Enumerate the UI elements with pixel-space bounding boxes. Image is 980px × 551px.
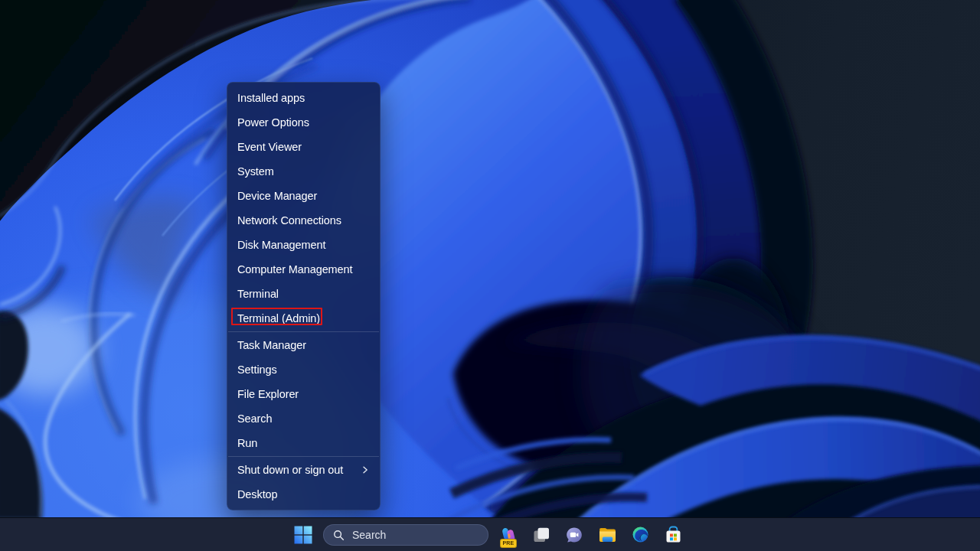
- edge-icon: [631, 525, 650, 544]
- file-explorer-button[interactable]: [593, 521, 621, 549]
- menu-item-system[interactable]: System: [227, 159, 380, 184]
- menu-item-event-viewer[interactable]: Event Viewer: [227, 135, 380, 159]
- edge-button[interactable]: [626, 521, 654, 549]
- menu-item-shut-down-or-sign-out[interactable]: Shut down or sign out: [227, 458, 380, 482]
- task-view-icon: [532, 526, 550, 544]
- menu-item-run[interactable]: Run: [227, 431, 380, 455]
- menu-item-label: File Explorer: [237, 388, 299, 400]
- menu-item-task-manager[interactable]: Task Manager: [227, 333, 380, 357]
- menu-item-terminal-admin[interactable]: Terminal (Admin): [227, 306, 380, 331]
- menu-item-label: Terminal: [237, 288, 279, 300]
- chat-button[interactable]: [560, 521, 588, 549]
- menu-item-terminal[interactable]: Terminal: [227, 282, 380, 306]
- desktop: Installed appsPower OptionsEvent ViewerS…: [0, 0, 980, 551]
- menu-item-label: Installed apps: [237, 92, 305, 104]
- menu-item-desktop[interactable]: Desktop: [227, 482, 380, 507]
- task-view-button[interactable]: [528, 521, 555, 549]
- file-explorer-icon: [598, 525, 617, 544]
- menu-item-label: Network Connections: [237, 214, 341, 227]
- copilot-button[interactable]: PRE: [495, 521, 522, 549]
- copilot-pre-badge: PRE: [500, 539, 517, 548]
- search-icon: [333, 530, 345, 541]
- menu-separator: [228, 456, 379, 457]
- menu-separator: [228, 331, 379, 332]
- store-button[interactable]: [659, 521, 687, 549]
- menu-item-label: Disk Management: [237, 239, 325, 251]
- menu-item-label: Event Viewer: [237, 141, 302, 153]
- menu-item-label: Task Manager: [237, 339, 306, 351]
- menu-item-installed-apps[interactable]: Installed apps: [227, 86, 380, 110]
- menu-item-settings[interactable]: Settings: [227, 357, 380, 382]
- menu-item-label: System: [237, 165, 274, 178]
- menu-item-label: Run: [237, 437, 257, 449]
- windows-logo-icon: [294, 526, 312, 544]
- menu-item-search[interactable]: Search: [227, 406, 380, 431]
- menu-item-label: Power Options: [237, 116, 309, 129]
- menu-item-label: Desktop: [237, 488, 278, 500]
- menu-item-network-connections[interactable]: Network Connections: [227, 208, 380, 233]
- menu-item-file-explorer[interactable]: File Explorer: [227, 382, 380, 406]
- search-label: Search: [352, 529, 386, 541]
- win-x-context-menu: Installed appsPower OptionsEvent ViewerS…: [227, 82, 381, 510]
- taskbar: Search: [0, 517, 980, 551]
- chat-icon: [565, 526, 583, 544]
- menu-item-label: Search: [237, 412, 272, 425]
- menu-item-power-options[interactable]: Power Options: [227, 110, 380, 135]
- menu-item-label: Device Manager: [237, 190, 317, 202]
- chevron-right-icon: [361, 465, 370, 474]
- annotation-highlight-box: [231, 308, 322, 325]
- desktop-wallpaper: [0, 0, 980, 551]
- menu-item-label: Settings: [237, 364, 277, 376]
- menu-item-device-manager[interactable]: Device Manager: [227, 184, 380, 208]
- taskbar-search-box[interactable]: Search: [323, 524, 488, 546]
- start-button[interactable]: [289, 521, 317, 549]
- menu-item-disk-management[interactable]: Disk Management: [227, 233, 380, 257]
- menu-item-label: Shut down or sign out: [237, 464, 343, 476]
- menu-item-computer-management[interactable]: Computer Management: [227, 257, 380, 282]
- store-icon: [664, 525, 683, 544]
- menu-item-label: Computer Management: [237, 263, 352, 276]
